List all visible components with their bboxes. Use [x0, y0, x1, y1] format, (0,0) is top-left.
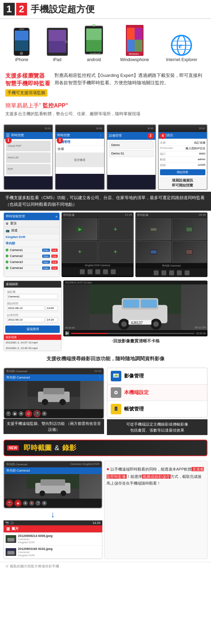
capture-star-btn[interactable]: ★ — [23, 501, 28, 506]
playback-section: 遠端錄影 攝影機 Camera1 開始時間 2012-08-13 14:00 結… — [0, 279, 211, 353]
demo01-device: Demo 01 — [109, 150, 154, 157]
user-value: admin — [198, 158, 205, 162]
svg-point-10 — [65, 41, 67, 43]
svg-rect-22 — [135, 40, 142, 52]
num-2: 2 — [16, 3, 27, 15]
live1-ctrl5[interactable] — [111, 269, 116, 274]
svg-rect-8 — [49, 30, 66, 41]
snapshot-btn[interactable]: 📷 — [6, 411, 11, 416]
live1-ctrl3[interactable] — [95, 269, 100, 274]
demo-camera-view — [4, 381, 103, 409]
file-dvr-1: KingNet DVR — [18, 541, 53, 544]
capture-vol-btn[interactable]: 🔇 — [29, 501, 34, 506]
pass-value: 12345 — [198, 163, 205, 167]
svg-marker-52 — [66, 331, 69, 335]
add-camera-icon-2[interactable]: + — [78, 249, 81, 255]
play-button[interactable] — [65, 331, 69, 335]
capture-mic-btn[interactable]: 🎤 — [36, 501, 40, 506]
record-btn[interactable]: ⏺ — [12, 411, 17, 416]
capture-settings-btn[interactable]: ⚙ — [42, 501, 47, 506]
file-item-2[interactable]: 2012081 3, 13:45 03.mp4 — [4, 346, 61, 351]
file-item-2[interactable]: 20120803165 9232.jpeg Camera4 KingNet DV… — [4, 546, 102, 559]
app-title: 簡單易易上手" 監控APP" — [5, 102, 206, 110]
start-time[interactable]: 14:00 — [46, 305, 58, 311]
winphone-image: Windows — [126, 25, 143, 56]
cam4-main-btn[interactable]: Main — [42, 267, 50, 270]
step3-topbar: 10:41 — [107, 125, 155, 132]
progress-bar[interactable] — [71, 333, 194, 334]
end-date-label: 結束時間 — [7, 313, 58, 317]
live1-ctrl1[interactable] — [80, 269, 85, 274]
menu-local-settings[interactable]: 本機端設定 — [107, 385, 207, 401]
file-thumb-2 — [6, 548, 16, 556]
feature-right: 影像管理 本機端設定 帳號管理 可從手機端設定主機錄影或傳輸影像包括畫質、張數等… — [107, 368, 207, 435]
svg-point-74 — [60, 491, 66, 496]
cam1-sub-btn[interactable]: Sub — [51, 249, 58, 252]
heading-mobile: 智慧手機即時監看 — [5, 80, 51, 87]
cam-group-kingnet-label: KingNet DVR — [6, 235, 25, 239]
add-camera-icon-3[interactable]: + — [114, 249, 117, 255]
live-cell-2: + — [98, 218, 133, 240]
live2-ctrl4[interactable] — [177, 270, 182, 275]
search-header: 遠端錄影 — [4, 281, 61, 288]
live2-ctrl5[interactable] — [185, 270, 190, 275]
cam1-label: Camera1 — [10, 248, 41, 252]
end-date[interactable]: 2012-08-13 — [7, 317, 45, 322]
description-left: 支援多樣瀏覽器 智慧手機即時監看 手機可支援現場監聽 — [5, 72, 51, 97]
cam2-label: Camera2 — [10, 254, 41, 258]
camera-value[interactable]: Camera1 — [7, 294, 58, 299]
live1-label: KingNet DVR-Camera1 — [62, 263, 134, 267]
pass-label: 密碼 — [160, 163, 166, 167]
cam4-dot — [6, 267, 8, 269]
step2-annotation: 點選設備管理 — [56, 189, 104, 190]
new-separator: & — [55, 444, 59, 452]
end-time[interactable]: 14:16 — [46, 317, 58, 322]
star-btn[interactable]: ★ — [19, 411, 24, 416]
support-text-content: 支援收機端搜尋錄影回放功能，隨時隨地調閱資料影像 — [46, 356, 165, 361]
live2-ctrl2[interactable] — [161, 270, 166, 275]
cms-text: 手機支援多點監看（CMS）功能，可以建立各公司、分店、住家等地的清單，最多可選定… — [5, 195, 205, 207]
cam-menu-setting[interactable]: ⚙置頂 — [4, 220, 59, 227]
svg-point-49 — [153, 321, 159, 327]
cam-menu-channel[interactable]: 📺頻道 — [4, 227, 59, 234]
cam2-main-btn[interactable]: Main — [42, 255, 50, 258]
image-manage-icon — [111, 371, 121, 381]
cam4-sub-btn[interactable]: Sub — [51, 267, 58, 270]
live2-ctrl1[interactable] — [154, 270, 159, 275]
device-ie: e Internet Explorer — [166, 35, 197, 62]
cam3-main-btn[interactable]: Main — [42, 261, 50, 264]
menu-account[interactable]: 帳號管理 — [107, 401, 207, 417]
cam2-sub-btn[interactable]: Sub — [51, 255, 58, 258]
ie-image: e — [171, 35, 192, 56]
cam-list-menu[interactable]: ≡ — [56, 215, 57, 218]
port-label: 端口 — [160, 152, 166, 156]
video-screen: 4J8137 00:11:59 00:00:05 — [63, 284, 207, 330]
mic-btn[interactable]: 🎤 — [34, 411, 39, 416]
preview-btn[interactable]: 開始預覽 — [160, 169, 205, 175]
start-date[interactable]: 2012-08-13 — [7, 305, 45, 311]
capture-record-btn[interactable]: ⏺ — [15, 501, 20, 506]
menu-image-manage[interactable]: 影像管理 — [107, 368, 207, 385]
cam1-main-btn[interactable]: Main — [42, 249, 50, 252]
file-item-1[interactable]: 20120808214 6008.jpeg Camera1 KingNet DV… — [4, 533, 102, 546]
live1-ctrl2[interactable] — [88, 269, 92, 274]
cam3-sub-btn[interactable]: Sub — [51, 261, 58, 264]
step3-annotation: 點選右上角+ — [107, 189, 155, 190]
live1-ctrl4[interactable] — [103, 269, 108, 274]
support-badge: 手機可支援現場監聽 — [5, 89, 47, 97]
file-list-header: 錄影檔案 — [4, 335, 61, 340]
step2-menu-icon[interactable]: ⋮ — [99, 133, 102, 137]
live2-cell-1 — [136, 218, 171, 240]
settings-btn[interactable]: ⚙ — [42, 411, 47, 416]
search-btn[interactable]: 遠端搜尋 — [5, 326, 60, 333]
add-camera-icon[interactable]: + — [114, 226, 117, 232]
live2-ctrl3[interactable] — [169, 270, 174, 275]
speaker-btn[interactable]: 🔊 — [26, 411, 31, 416]
heading-browser: 支援多樣瀏覽器 — [5, 72, 51, 80]
step2-menu-item2[interactable]: 收藏 — [56, 146, 104, 153]
capture-snapshot-btn[interactable]: 📷 — [7, 501, 12, 506]
capture-feature-text: ● 以手機遠端即時觀看的同時，能透過本APP軟體直接截取即時影像！能選擇截圖或錄… — [107, 463, 205, 488]
file-item-1[interactable]: 2012081 3, 14:07 15.mp4 — [4, 340, 61, 346]
step4-screenshot: 10:41 設備資訊 名稱 自訂名稱 IP/Domain 輸入您的IP位址 端口… — [158, 124, 207, 190]
capture-topbar: 帝內部-Camera4 — [4, 467, 102, 474]
